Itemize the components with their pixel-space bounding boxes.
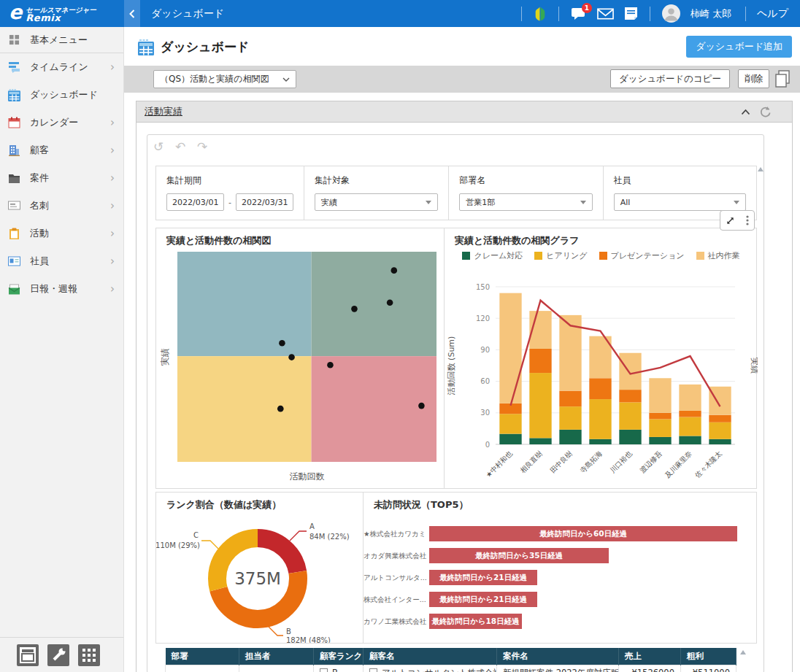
help-link[interactable]: ヘルプ [757, 7, 788, 20]
sidebar-item-5[interactable]: 名刺› [0, 192, 123, 220]
collapse-sidebar-button[interactable] [124, 0, 140, 27]
employee-select[interactable]: All [614, 193, 746, 211]
avatar[interactable] [662, 4, 680, 23]
chevron-right-icon: › [110, 144, 115, 157]
mail-icon[interactable] [597, 8, 614, 20]
collapse-panel-icon[interactable] [741, 109, 750, 115]
dashboard-toolbar: （QS）活動と実績の相関図 ダッシュボードのコピー 削除 [124, 66, 800, 93]
svg-text:150: 150 [476, 283, 490, 291]
target-select[interactable]: 実績 [315, 193, 438, 211]
caret-down-icon [734, 201, 739, 204]
period-to-input[interactable]: 2022/03/31 [236, 193, 293, 211]
svg-text:活動回数 (Sum): 活動回数 (Sum) [447, 336, 456, 396]
copy-dashboard-button[interactable]: ダッシュボードのコピー [610, 69, 730, 88]
svg-text:60: 60 [480, 377, 490, 385]
sidebar-item-6[interactable]: 活動› [0, 220, 123, 247]
table-header-0[interactable]: 部署 [166, 648, 239, 665]
legend-item[interactable]: クレーム対応 [462, 250, 523, 261]
window-icon[interactable] [17, 644, 39, 666]
sidebar-item-label: 社員 [30, 255, 49, 268]
sidebar-item-icon [7, 228, 20, 240]
reset-icon[interactable]: ↺ [152, 139, 165, 154]
table-header-4[interactable]: 案件名 [497, 648, 619, 665]
sidebar-item-icon [7, 256, 20, 266]
legend-item[interactable]: ヒアリング [534, 250, 587, 261]
scroll-up-arrow[interactable] [758, 167, 764, 171]
unvisited-bar[interactable]: 最終訪問日から21日経過 [429, 592, 537, 607]
dashboard-select[interactable]: （QS）活動と実績の相関図 [153, 70, 296, 88]
sidebar-item-label: 案件 [30, 171, 49, 185]
svg-text:佐々木隆太: 佐々木隆太 [693, 449, 723, 479]
unvisited-company: アルトコンサルタ... [364, 573, 425, 583]
memo-icon[interactable] [624, 7, 638, 20]
main-content: ダッシュボード ダッシュボード追加 （QS）活動と実績の相関図 ダッシュボードの… [124, 27, 800, 672]
panel-title-link[interactable]: 活動実績 [145, 105, 182, 118]
unvisited-bar[interactable]: 最終訪問日から35日経過 [429, 548, 609, 563]
legend-swatch [534, 252, 542, 260]
sidebar-item-icon [7, 201, 20, 211]
filter-target: 集計対象 実績 [304, 166, 449, 220]
table-header-1[interactable]: 担当者 [239, 648, 314, 665]
add-dashboard-button[interactable]: ダッシュボード追加 [686, 36, 792, 58]
sidebar-item-label: 名刺 [30, 199, 49, 212]
sidebar-item-label: 日報・週報 [30, 282, 77, 296]
sidebar-item-4[interactable]: 案件› [0, 164, 123, 192]
unvisited-bar[interactable]: 最終訪問日から18日経過 [429, 614, 522, 629]
bar-chart-title: 実績と活動件数の相関グラフ [455, 234, 580, 247]
period-from-input[interactable]: 2022/03/01 [166, 193, 224, 211]
redo-icon[interactable]: ↷ [196, 139, 209, 154]
panel-header: 活動実績 [136, 101, 792, 123]
unvisited-company: 株式会社インター... [364, 595, 425, 605]
legend-swatch [462, 252, 470, 260]
user-name[interactable]: 柿崎 太郎 [691, 7, 731, 20]
wrench-icon[interactable] [47, 644, 69, 666]
customer-checkbox[interactable] [369, 668, 377, 672]
sidebar-item-1[interactable]: ダッシュボード [0, 81, 123, 109]
unvisited-company: カワノ工業株式会社 [364, 617, 425, 627]
svg-text:110M (29%): 110M (29%) [156, 541, 200, 549]
beginner-mark-icon[interactable] [534, 6, 547, 22]
svg-text:田中良樹: 田中良樹 [548, 449, 574, 474]
sidebar-item-8[interactable]: 日報・週報› [0, 275, 123, 303]
sidebar-item-2[interactable]: カレンダー› [0, 109, 123, 136]
svg-text:寺島拓海: 寺島拓海 [578, 449, 604, 474]
unvisited-chart-title: 未訪問状況（TOP5） [374, 498, 469, 511]
logo-line2: Remix [26, 14, 96, 22]
sidebar-footer [0, 637, 123, 672]
department-select[interactable]: 営業1部 [459, 193, 592, 211]
legend-item[interactable]: 社内作業 [696, 250, 740, 261]
apps-grid-icon[interactable] [78, 644, 100, 666]
app-logo[interactable]: e セールスマネージャー Remix [0, 0, 124, 27]
chevron-right-icon: › [110, 227, 115, 240]
table-header-2[interactable]: 顧客ランク [314, 648, 364, 665]
kebab-menu-icon[interactable] [746, 215, 749, 225]
expand-icon[interactable] [726, 216, 735, 225]
table-header-5[interactable]: 売上 [619, 648, 681, 665]
sidebar-item-3[interactable]: 顧客› [0, 136, 123, 164]
table-scroll-up-arrow[interactable] [740, 650, 746, 654]
table-header-6[interactable]: 粗利 [681, 648, 736, 665]
undo-icon[interactable]: ↶ [174, 139, 187, 154]
sidebar-menu-header[interactable]: 基本メニュー [0, 27, 123, 53]
scatter-chart: 実績活動回数 [156, 228, 444, 488]
chat-icon[interactable]: 1 [571, 7, 587, 20]
unvisited-bar[interactable]: 最終訪問日から60日経過 [429, 526, 737, 541]
table-header-3[interactable]: 顧客名 [364, 648, 497, 665]
sidebar-item-0[interactable]: タイムライン› [0, 53, 123, 81]
refresh-icon[interactable] [759, 106, 772, 118]
sidebar-item-label: 顧客 [30, 144, 49, 157]
filter-department: 部署名 営業1部 [449, 166, 603, 220]
unvisited-bar[interactable]: 最終訪問日から21日経過 [429, 570, 537, 585]
svg-text:30: 30 [480, 409, 490, 417]
sidebar-item-icon [7, 144, 20, 156]
unvisited-chart-box: 未訪問状況（TOP5） ★株式会社カワカミ最終訪問日から60日経過オカダ興業株式… [364, 493, 758, 643]
delete-dashboard-button[interactable]: 削除 [738, 69, 769, 88]
legend-item[interactable]: プレゼンテーション [599, 250, 685, 261]
period-separator: - [228, 198, 231, 207]
menu-grid-icon [9, 34, 20, 45]
rank-checkbox[interactable] [320, 668, 328, 672]
sidebar-item-7[interactable]: 社員› [0, 247, 123, 275]
sidebar-item-icon [7, 89, 20, 101]
duplicate-icon[interactable] [773, 69, 792, 89]
legend-swatch [599, 252, 607, 260]
